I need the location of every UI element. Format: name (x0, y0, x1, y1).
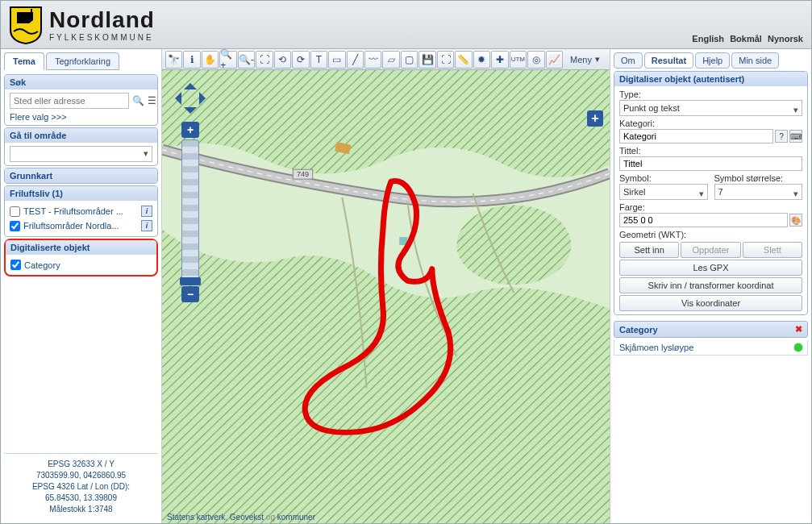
layer-label-test[interactable]: TEST - Friluftsområder ... (23, 206, 138, 216)
tool-save-icon[interactable]: 💾 (418, 51, 435, 69)
attr-statens[interactable]: Statens kartverk (167, 513, 225, 522)
zoom-slider[interactable] (181, 139, 199, 285)
tool-cross-icon[interactable]: ✚ (491, 51, 508, 69)
nav-pan (170, 78, 210, 119)
tool-zoom-out-icon[interactable]: 🔍- (238, 51, 255, 69)
tab-resultat[interactable]: Resultat (644, 52, 693, 69)
search-input[interactable] (10, 93, 129, 109)
layer-label-category[interactable]: Category (24, 260, 152, 270)
zoom-slider-handle[interactable] (180, 277, 201, 285)
tool-binoculars-icon[interactable]: 🔭 (165, 51, 182, 69)
tool-text-icon[interactable]: T (310, 51, 327, 69)
main-body: Tema Tegnforklaring Søk 🔍 ☰ Flere valg >… (1, 49, 811, 523)
tool-line-icon[interactable]: ╱ (347, 51, 364, 69)
info-icon[interactable]: i (141, 206, 152, 217)
logo-text: Nordland FYLKESKOMMUNE (49, 7, 155, 42)
zoom-out-button[interactable]: − (181, 286, 199, 302)
farge-input[interactable] (619, 213, 788, 227)
right-panel: Om Resultat Hjelp Min side Digitaliser o… (610, 49, 811, 523)
digitize-panel: Digitaliser objekt (autentisert) Type: P… (614, 71, 808, 315)
search-menu-icon[interactable]: ☰ (148, 94, 156, 107)
layer-checkbox-category[interactable] (10, 260, 21, 270)
logo-shield-icon (9, 6, 43, 44)
logo-subtitle: FYLKESKOMMUNE (49, 33, 155, 42)
tool-target-icon[interactable]: ◎ (527, 51, 544, 69)
zoom-in-alt[interactable]: + (587, 110, 603, 127)
tool-prev-extent-icon[interactable]: ⟲ (274, 51, 291, 69)
category-section-header: Category ✖ (614, 321, 808, 338)
tool-gear-icon[interactable]: ✹ (473, 51, 490, 69)
tool-measure-icon[interactable]: 📏 (455, 51, 472, 69)
type-dropdown[interactable]: Punkt og tekst (619, 100, 802, 116)
pan-left-icon[interactable] (169, 92, 181, 105)
lang-english[interactable]: English (692, 34, 724, 44)
attr-kommuner[interactable]: kommuner (277, 513, 315, 522)
svg-rect-0 (31, 9, 32, 14)
layer-row-test: TEST - Friluftsområder ... i (10, 204, 152, 218)
pan-up-icon[interactable] (184, 77, 197, 89)
attr-geovekst[interactable]: Geovekst (230, 513, 264, 522)
tool-pan-icon[interactable]: ✋ (202, 51, 219, 69)
tab-tema[interactable]: Tema (4, 52, 44, 70)
color-picker-icon[interactable]: 🎨 (789, 214, 802, 227)
tool-polygon-icon[interactable]: ▱ (382, 51, 399, 69)
header-bar: Nordland FYLKESKOMMUNE English Bokmål Ny… (1, 1, 811, 49)
kategori-help-icon[interactable]: ? (775, 130, 788, 143)
tool-polyline-icon[interactable]: 〰 (364, 51, 381, 69)
kategori-input[interactable] (619, 129, 773, 143)
epsg4326-label[interactable]: EPSG 4326 Lat / Lon (DD): (32, 482, 130, 491)
tool-profile-icon[interactable]: 📈 (546, 51, 563, 69)
pan-down-icon[interactable] (184, 107, 197, 120)
tool-rect-icon[interactable]: ▢ (401, 51, 418, 69)
lang-nynorsk[interactable]: Nynorsk (768, 34, 803, 44)
tab-tegnforklaring[interactable]: Tegnforklaring (46, 52, 119, 70)
tab-minside[interactable]: Min side (731, 52, 779, 69)
tool-next-extent-icon[interactable]: ⟳ (292, 51, 309, 69)
layer-label-nordland[interactable]: Friluftsområder Nordla... (23, 221, 138, 231)
zoom-in-button[interactable]: + (181, 122, 199, 138)
tool-info-icon[interactable]: ℹ (183, 51, 200, 69)
pan-right-icon[interactable] (199, 92, 212, 105)
tool-utm-icon[interactable]: UTM (510, 51, 527, 69)
tab-om[interactable]: Om (614, 52, 643, 69)
goto-area-section: Gå til område (4, 127, 158, 166)
toolbar-menu[interactable]: Meny ▾ (564, 54, 606, 64)
lang-bokmal[interactable]: Bokmål (730, 34, 762, 44)
show-coord-button[interactable]: Vis koordinater (619, 295, 802, 311)
map-svg: 749 (162, 70, 610, 523)
tool-fullscreen-icon[interactable]: ⛶ (437, 51, 454, 69)
tab-hjelp[interactable]: Hjelp (695, 52, 730, 69)
kategori-keyboard-icon[interactable]: ⌨ (789, 130, 802, 143)
geom-label: Geometri (WKT): (619, 230, 802, 239)
tool-zoom-extent-icon[interactable]: ⛶ (256, 51, 273, 69)
transform-coord-button[interactable]: Skriv inn / transformer koordinat (619, 277, 802, 293)
symbol-size-dropdown[interactable]: 7 (714, 184, 803, 200)
close-icon[interactable]: ✖ (795, 324, 802, 335)
symbol-dropdown[interactable]: Sirkel (619, 184, 708, 200)
read-gpx-button[interactable]: Les GPX (619, 260, 802, 276)
search-icon[interactable]: 🔍 (132, 94, 144, 107)
search-more-link[interactable]: Flere valg >>> (10, 112, 67, 122)
insert-button[interactable]: Sett inn (619, 242, 679, 258)
delete-button[interactable]: Slett (743, 242, 802, 258)
tool-zoom-in-icon[interactable]: 🔍+ (219, 51, 236, 69)
basemap-header: Grunnkart (5, 168, 157, 183)
map-attribution: Statens kartverk, Geovekst og kommuner (167, 513, 315, 522)
info-icon[interactable]: i (141, 220, 152, 231)
left-tabs: Tema Tegnforklaring (4, 52, 158, 70)
category-item[interactable]: Skjåmoen lysløype (614, 340, 808, 356)
nav-zoom: + − (181, 122, 199, 302)
epsg32633-label[interactable]: EPSG 32633 X / Y (48, 460, 115, 468)
tittel-input[interactable] (619, 156, 802, 171)
left-panel: Tema Tegnforklaring Søk 🔍 ☰ Flere valg >… (1, 49, 162, 523)
layer-checkbox-test[interactable] (10, 206, 20, 217)
epsg4326-value: 65.84530, 13.39809 (45, 493, 117, 502)
tool-select-icon[interactable]: ▭ (328, 51, 345, 69)
friluftsliv-header: Friluftsliv (1) (5, 186, 157, 201)
layer-checkbox-nordland[interactable] (10, 221, 20, 231)
update-button[interactable]: Oppdater (681, 242, 740, 258)
goto-area-dropdown[interactable] (10, 146, 152, 162)
map-canvas[interactable]: 749 (162, 70, 610, 523)
search-section: Søk 🔍 ☰ Flere valg >>> (4, 74, 158, 126)
scale-value: Målestokk 1:3748 (49, 505, 112, 514)
